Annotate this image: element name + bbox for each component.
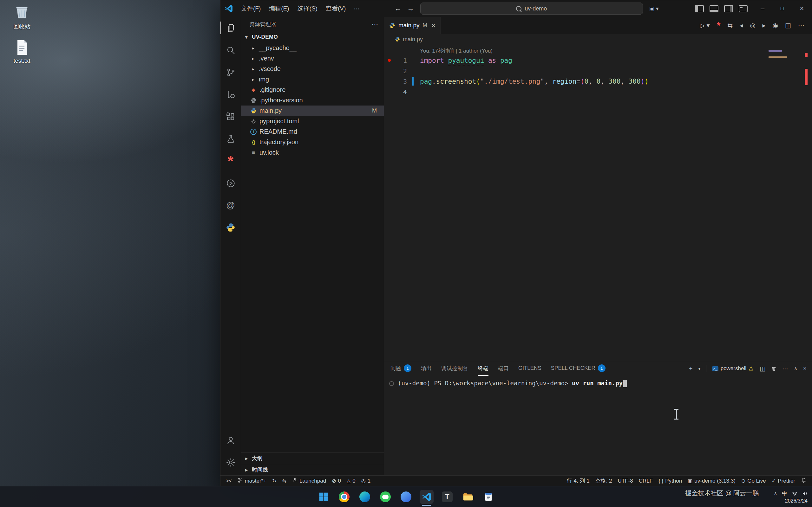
terminal-view[interactable]: (uv-demo) PS D:\workspace\vue-learning\u…: [384, 376, 812, 475]
extension-sparkle-button[interactable]: *: [714, 20, 723, 31]
panel-tab-端口[interactable]: 端口: [498, 361, 509, 376]
code-line-4[interactable]: 4: [384, 87, 812, 97]
status-eol[interactable]: CRLF: [636, 475, 656, 486]
status-gitlens-launchpad[interactable]: Launchpad: [289, 475, 329, 486]
breadcrumb[interactable]: main.py: [384, 34, 812, 45]
status-indentation[interactable]: 空格: 2: [593, 475, 615, 486]
status-compare[interactable]: ⇆: [280, 475, 289, 486]
taskbar-vscode-icon[interactable]: [420, 490, 434, 504]
taskbar-edge-icon[interactable]: [358, 490, 372, 504]
codelens[interactable]: You, 17秒钟前 | 1 author (You): [420, 47, 812, 55]
section-大纲[interactable]: ▸大纲: [241, 452, 384, 464]
run-circle-button[interactable]: ◉: [770, 21, 781, 29]
panel-tab-终端[interactable]: 终端: [478, 361, 489, 376]
split-terminal-icon[interactable]: ◫: [760, 365, 765, 372]
forward-button[interactable]: ▸: [760, 21, 768, 29]
file-item-readme-md[interactable]: iREADME.md: [241, 126, 384, 137]
taskbar-wechat-icon[interactable]: [378, 490, 392, 504]
testing-icon[interactable]: [220, 128, 241, 150]
source-control-icon[interactable]: [220, 61, 241, 83]
menu-S[interactable]: 选择(S): [293, 3, 322, 14]
taskbar-app-blue-icon[interactable]: [399, 490, 413, 504]
python-extension-icon[interactable]: [220, 216, 241, 239]
status-problems-errors[interactable]: ⊘0: [329, 475, 344, 486]
file-item-python-version[interactable]: .python-version: [241, 95, 384, 106]
file-item-pyproject-toml[interactable]: pyproject.toml: [241, 116, 384, 126]
menu-F[interactable]: 文件(F): [237, 3, 265, 14]
account-icon[interactable]: [220, 429, 241, 451]
run-circle-icon[interactable]: [220, 172, 241, 194]
symbol-button[interactable]: ◎: [747, 21, 758, 29]
extension-sparkle-icon[interactable]: *: [220, 150, 241, 172]
status-prettier[interactable]: ✓Prettier: [769, 475, 798, 486]
tray-date[interactable]: 2026/3/24: [785, 498, 808, 504]
status-language-mode[interactable]: { }Python: [656, 475, 685, 486]
system-tray[interactable]: ∧ 中 2026/3/24: [774, 487, 808, 507]
status-python-env[interactable]: ▣uv-demo (3.13.3): [685, 475, 739, 486]
code-line-2[interactable]: 2: [384, 66, 812, 76]
code-editor[interactable]: You, 17秒钟前 | 1 author (You) 1import pyau…: [384, 45, 812, 361]
extensions-icon[interactable]: [220, 106, 241, 128]
taskbar-file-explorer-icon[interactable]: [461, 490, 475, 504]
file-item-gitignore[interactable]: ◆.gitignore: [241, 84, 384, 95]
menu-more-button[interactable]: ⋯: [350, 5, 363, 12]
menu-V[interactable]: 查看(V): [322, 3, 350, 14]
tab-close-icon[interactable]: ×: [432, 22, 436, 29]
volume-icon[interactable]: [802, 491, 808, 496]
maximize-panel-icon[interactable]: ∧: [794, 366, 798, 372]
close-panel-icon[interactable]: ×: [803, 365, 807, 372]
taskbar-start-button-icon[interactable]: [316, 490, 331, 504]
more-actions-icon[interactable]: ⋯: [782, 365, 788, 372]
taskbar-typora-icon[interactable]: T: [440, 490, 454, 504]
toggle-sidebar-icon[interactable]: [695, 5, 704, 12]
status-ports[interactable]: ◎1: [358, 475, 373, 486]
search-activity-icon[interactable]: [220, 39, 241, 61]
code-line-3[interactable]: 3pag.screenshot("./img/test.png", region…: [384, 76, 812, 87]
settings-gear-icon[interactable]: [220, 451, 241, 473]
titlebar-search[interactable]: uv-demo: [420, 3, 643, 14]
status-sync-changes[interactable]: ↻: [269, 475, 279, 486]
toggle-panel-icon[interactable]: [710, 5, 718, 12]
more-actions-button[interactable]: ⋯: [795, 21, 807, 29]
tab-main-py[interactable]: main.py M ×: [384, 17, 441, 34]
at-extension-icon[interactable]: @: [220, 194, 241, 216]
maximize-button[interactable]: □: [772, 0, 792, 17]
file-item-trajectory-json[interactable]: {}trajectory.json: [241, 137, 384, 147]
sidebar-more-button[interactable]: ⋯: [372, 20, 378, 28]
nav-back-icon[interactable]: ←: [392, 3, 404, 14]
status-problems-warnings[interactable]: △0: [344, 475, 358, 486]
new-terminal-button[interactable]: +: [689, 365, 693, 372]
panel-tab-调试控制台[interactable]: 调试控制台: [441, 361, 468, 376]
file-item-vscode[interactable]: ▸.vscode: [241, 64, 384, 74]
titlebar-action-button[interactable]: ▣▾: [646, 5, 662, 12]
status-notifications[interactable]: [798, 475, 809, 486]
ime-indicator[interactable]: 中: [782, 490, 787, 497]
terminal-shell-item[interactable]: >_ powershell: [712, 365, 754, 372]
panel-tab-输出[interactable]: 输出: [421, 361, 432, 376]
file-item-uv-lock[interactable]: ≡uv.lock: [241, 147, 384, 158]
minimap[interactable]: [768, 49, 788, 60]
panel-tab-GITLENS[interactable]: GITLENS: [518, 361, 542, 376]
split-editor-button[interactable]: ◫: [782, 21, 794, 29]
text-file[interactable]: test.txt: [4, 39, 39, 64]
customize-layout-icon[interactable]: [739, 5, 748, 12]
file-item-pycache[interactable]: ▸__pycache__: [241, 43, 384, 53]
minimize-button[interactable]: –: [753, 0, 772, 17]
panel-tab-SPELL CHECKER[interactable]: SPELL CHECKER1: [551, 361, 606, 376]
back-button[interactable]: ◂: [737, 21, 746, 29]
kill-terminal-icon[interactable]: [771, 366, 776, 372]
recycle-bin[interactable]: 回收站: [4, 4, 39, 31]
file-item-venv[interactable]: ▸.venv: [241, 53, 384, 64]
status-go-live[interactable]: ⊙Go Live: [739, 475, 769, 486]
status-cursor-position[interactable]: 行 4, 列 1: [564, 475, 593, 486]
tray-chevron-icon[interactable]: ∧: [774, 491, 777, 496]
compare-changes-button[interactable]: ⇆: [724, 21, 735, 29]
menu-E[interactable]: 编辑(E): [265, 3, 293, 14]
explorer-icon[interactable]: [220, 17, 241, 39]
section-时间线[interactable]: ▸时间线: [241, 464, 384, 475]
status-encoding[interactable]: UTF-8: [615, 475, 636, 486]
file-item-img[interactable]: ▸img: [241, 74, 384, 84]
toggle-secondary-sidebar-icon[interactable]: [724, 5, 733, 12]
taskbar-notepad-icon[interactable]: [481, 490, 496, 504]
status-remote[interactable]: ><: [223, 475, 235, 486]
